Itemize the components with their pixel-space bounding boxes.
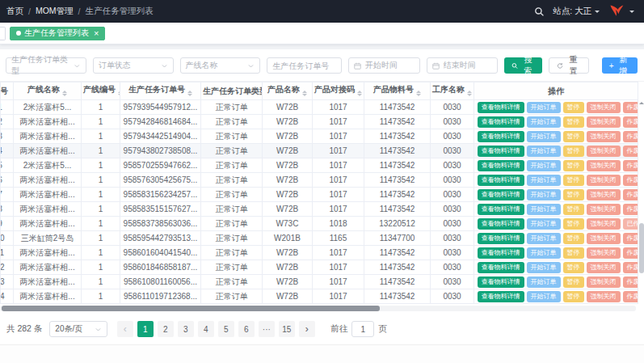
page-button-5[interactable]: 5 [218, 321, 234, 337]
sort-caret-icon[interactable] [416, 88, 421, 99]
tab-close-icon[interactable]: × [94, 29, 99, 38]
force-close-button[interactable]: 强制关闭 [587, 116, 621, 128]
start-order-button[interactable]: 开始订单 [527, 160, 561, 171]
sort-caret-icon[interactable] [467, 88, 472, 99]
sort-caret-icon[interactable] [62, 88, 67, 99]
column-header-product-dock-code[interactable]: 产品对接码 [313, 82, 364, 100]
site-selector[interactable]: 站点: 大正 [553, 6, 600, 17]
view-material-button[interactable]: 查看物料详情 [478, 116, 524, 128]
start-order-button[interactable]: 开始订单 [527, 175, 561, 186]
start-order-button[interactable]: 开始订单 [527, 204, 561, 215]
view-material-button[interactable]: 查看物料详情 [478, 247, 524, 259]
pause-button[interactable]: 暂停 [563, 218, 584, 230]
void-button[interactable]: 作废 [623, 146, 638, 157]
page-ellipsis[interactable]: ··· [259, 321, 275, 337]
start-order-button[interactable]: 开始订单 [527, 247, 561, 259]
void-button[interactable]: 作废 [623, 160, 638, 171]
void-button[interactable]: 作废 [623, 247, 638, 259]
line-name-select[interactable]: 产线名称 [180, 57, 261, 74]
tab-partial[interactable] [0, 27, 6, 40]
force-close-button[interactable]: 强制关闭 [587, 262, 621, 273]
pause-button[interactable]: 暂停 [563, 131, 584, 142]
pause-button[interactable]: 暂停 [563, 160, 584, 171]
user-menu[interactable] [608, 3, 634, 19]
void-button[interactable]: 作废 [623, 204, 638, 215]
force-close-button[interactable]: 强制关闭 [587, 102, 621, 113]
reset-button[interactable]: 重置 [549, 57, 588, 74]
pause-button[interactable]: 暂停 [563, 204, 584, 215]
void-button[interactable]: 作废 [623, 102, 638, 113]
force-close-button[interactable]: 强制关闭 [587, 247, 621, 259]
void-button[interactable]: 作废 [623, 291, 638, 302]
void-button[interactable]: 作废 [623, 116, 638, 128]
next-page-button[interactable]: › [299, 321, 315, 337]
page-button-4[interactable]: 4 [198, 321, 214, 337]
view-material-button[interactable]: 查看物料详情 [478, 131, 524, 142]
pause-button[interactable]: 暂停 [563, 262, 584, 273]
pause-button[interactable]: 暂停 [563, 247, 584, 259]
start-order-button[interactable]: 开始订单 [527, 116, 561, 128]
page-button-3[interactable]: 3 [178, 321, 194, 337]
void-button[interactable]: 作废 [623, 189, 638, 200]
search-icon[interactable] [534, 6, 545, 17]
force-close-button[interactable]: 强制关闭 [587, 204, 621, 215]
page-size-select[interactable]: 20条/页 [49, 321, 107, 337]
prev-page-button[interactable]: ‹ [117, 321, 133, 337]
column-header-process-name[interactable]: 工序名称 [431, 82, 474, 100]
start-order-button[interactable]: 开始订单 [527, 291, 561, 302]
column-header-line-name[interactable]: 产线名称 [14, 82, 82, 100]
force-close-button[interactable]: 强制关闭 [587, 276, 621, 288]
sort-caret-icon[interactable] [187, 88, 192, 99]
pause-button[interactable]: 暂停 [563, 189, 584, 200]
view-material-button[interactable]: 查看物料详情 [478, 189, 524, 200]
page-button-1[interactable]: 1 [137, 321, 154, 337]
column-header-product-material-no[interactable]: 产品物料号 [364, 82, 431, 100]
view-material-button[interactable]: 查看物料详情 [478, 175, 524, 186]
end-time-field[interactable]: 结束时间 [427, 57, 499, 74]
view-material-button[interactable]: 查看物料详情 [478, 291, 524, 302]
pause-button[interactable]: 暂停 [563, 233, 584, 244]
void-button[interactable]: 已作废 [623, 218, 638, 230]
column-header-line-code[interactable]: 产线编号 [82, 82, 120, 100]
column-header-product-name[interactable]: 产品名称 [263, 82, 313, 100]
view-material-button[interactable]: 查看物料详情 [478, 204, 524, 215]
horizontal-scrollbar-thumb[interactable] [2, 306, 380, 311]
force-close-button[interactable]: 强制关闭 [587, 146, 621, 157]
void-button[interactable]: 作废 [623, 175, 638, 186]
void-button[interactable]: 作废 [623, 276, 638, 288]
order-type-select[interactable]: 生产任务订单类型 [6, 57, 86, 74]
vertical-scrollbar-thumb[interactable] [639, 223, 644, 273]
view-material-button[interactable]: 查看物料详情 [478, 218, 524, 230]
force-close-button[interactable]: 强制关闭 [587, 189, 621, 200]
sort-caret-icon[interactable] [357, 88, 362, 99]
start-order-button[interactable]: 开始订单 [527, 131, 561, 142]
void-button[interactable]: 作废 [623, 131, 638, 142]
sort-caret-icon[interactable] [302, 88, 307, 99]
view-material-button[interactable]: 查看物料详情 [478, 160, 524, 171]
force-close-button[interactable]: 强制关闭 [587, 160, 621, 171]
void-button[interactable]: 作废 [623, 262, 638, 273]
force-close-button[interactable]: 强制关闭 [587, 218, 621, 230]
goto-page-input[interactable] [351, 321, 374, 337]
force-close-button[interactable]: 强制关闭 [587, 131, 621, 142]
void-button[interactable]: 作废 [623, 233, 638, 244]
page-button-15[interactable]: 15 [279, 321, 295, 337]
view-material-button[interactable]: 查看物料详情 [478, 276, 524, 288]
force-close-button[interactable]: 强制关闭 [587, 175, 621, 186]
pause-button[interactable]: 暂停 [563, 146, 584, 157]
tab-production-task-list[interactable]: 生产任务管理列表 × [10, 27, 105, 40]
search-button[interactable]: 搜索 [504, 57, 542, 74]
force-close-button[interactable]: 强制关闭 [587, 291, 621, 302]
start-order-button[interactable]: 开始订单 [527, 276, 561, 288]
force-close-button[interactable]: 强制关闭 [587, 233, 621, 244]
pause-button[interactable]: 暂停 [563, 276, 584, 288]
start-order-button[interactable]: 开始订单 [527, 218, 561, 230]
pause-button[interactable]: 暂停 [563, 291, 584, 302]
pause-button[interactable]: 暂停 [563, 116, 584, 128]
order-no-input[interactable] [272, 61, 335, 70]
start-order-button[interactable]: 开始订单 [527, 233, 561, 244]
view-material-button[interactable]: 查看物料详情 [478, 102, 524, 113]
view-material-button[interactable]: 查看物料详情 [478, 262, 524, 273]
breadcrumb-mom[interactable]: MOM管理 [36, 6, 74, 17]
page-button-2[interactable]: 2 [158, 321, 174, 337]
